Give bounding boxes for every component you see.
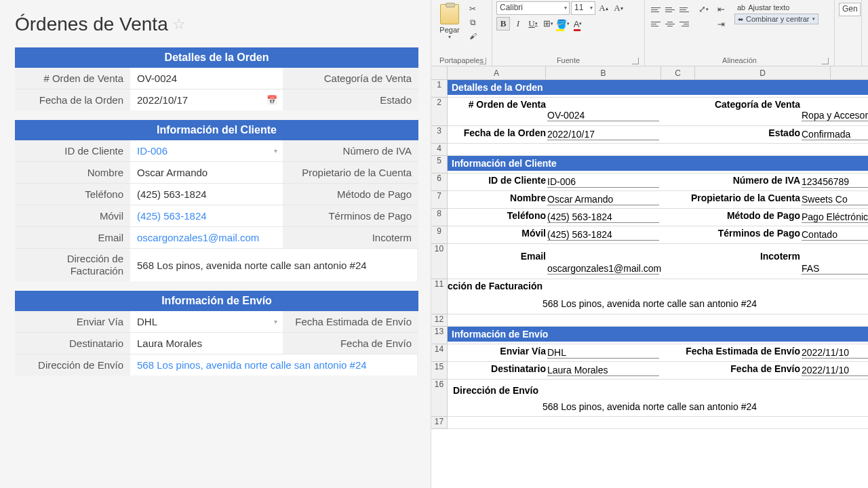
- label-name: Nombre: [15, 162, 130, 183]
- chevron-down-icon[interactable]: ▾: [274, 147, 277, 155]
- section-client: Información del Cliente ID de Cliente ID…: [15, 120, 418, 281]
- ribbon-group-font: Calibri▾ 11▾ A▴ A▾ B I U▾ ⊞▾ 🪣▾ A▾ Fuent…: [492, 0, 645, 66]
- label-incoterm: Incoterm: [283, 227, 418, 248]
- number-format-select[interactable]: Gen: [839, 3, 861, 16]
- page-title: Órdenes de Venta ☆: [15, 14, 418, 35]
- label-client-id: ID de Cliente: [15, 140, 130, 161]
- cut-button[interactable]: [467, 3, 479, 15]
- row-headers: 1 2 3 4 5 6 7 8 9 10 11 12 13 14 15 16 1…: [431, 80, 448, 488]
- value-phone[interactable]: (425) 563-1824: [130, 184, 283, 205]
- ribbon-group-title: Portapapeles: [435, 55, 488, 66]
- ribbon-group-title: Alineación: [649, 55, 830, 66]
- label-mobile: Móvil: [15, 205, 130, 226]
- italic-button[interactable]: I: [511, 17, 525, 30]
- value-shipaddr[interactable]: 568 Los pinos, avenida norte calle san a…: [130, 354, 417, 375]
- font-name-select[interactable]: Calibri▾: [496, 1, 570, 15]
- fill-color-button[interactable]: 🪣▾: [556, 17, 570, 30]
- label-actual: Fecha de Envío: [283, 333, 418, 354]
- align-buttons: [649, 3, 691, 30]
- increase-font-button[interactable]: A▴: [597, 1, 610, 15]
- label-terms: Términos de Pago: [283, 205, 418, 226]
- value-mobile[interactable]: (425) 563-1824: [130, 205, 283, 226]
- bold-button[interactable]: B: [496, 17, 510, 30]
- format-painter-button[interactable]: [467, 30, 479, 42]
- favorite-star-icon[interactable]: ☆: [172, 16, 186, 33]
- font-size-select[interactable]: 11▾: [571, 1, 595, 15]
- label-recip: Destinatario: [15, 333, 130, 354]
- label-status: Estado: [283, 89, 418, 110]
- borders-button[interactable]: ⊞▾: [541, 17, 555, 30]
- sheet-grid[interactable]: 1 2 3 4 5 6 7 8 9 10 11 12 13 14 15 16 1…: [431, 80, 868, 488]
- ribbon-group-clipboard: Pegar ▾ Portapapeles: [431, 0, 492, 66]
- font-color-button[interactable]: A▾: [571, 17, 585, 30]
- orientation-button[interactable]: ⤢▾: [696, 3, 710, 16]
- align-top-button[interactable]: [649, 3, 663, 16]
- col-header-a[interactable]: A: [448, 66, 546, 79]
- label-vat: Número de IVA: [283, 140, 418, 161]
- form-panel: Órdenes de Venta ☆ Detalles de la Orden …: [0, 0, 431, 488]
- dialog-launcher-icon[interactable]: [822, 58, 829, 64]
- ribbon-group-number: Gen: [835, 0, 862, 66]
- section-header-ship: Información de Envío: [15, 291, 418, 311]
- section-order: Detalles de la Orden # Orden de Venta OV…: [15, 47, 418, 110]
- ribbon-group-align: ⤢▾ ⇤ ⇥ abAjustar texto ⬌Combinar y centr…: [645, 0, 835, 66]
- paste-icon: [440, 4, 459, 24]
- xl-section-ship: Información de Envío: [448, 327, 868, 342]
- merge-center-button[interactable]: ⬌Combinar y centrar▾: [734, 14, 818, 24]
- label-payment: Método de Pago: [283, 184, 418, 205]
- col-header-d[interactable]: D: [695, 66, 831, 79]
- label-phone: Teléfono: [15, 184, 130, 205]
- label-est: Fecha Estimada de Envío: [283, 311, 418, 332]
- label-date: Fecha de la Orden: [15, 89, 130, 110]
- section-header-order: Detalles de la Orden: [15, 47, 418, 68]
- copy-button[interactable]: [467, 16, 479, 28]
- increase-indent-button[interactable]: ⇥: [714, 18, 728, 31]
- align-left-button[interactable]: [649, 17, 663, 30]
- value-recip[interactable]: Laura Morales: [130, 333, 283, 354]
- decrease-indent-button[interactable]: ⇤: [714, 3, 728, 16]
- align-bottom-button[interactable]: [677, 3, 691, 16]
- calendar-icon[interactable]: 📅: [267, 95, 277, 105]
- label-via: Enviar Vía: [15, 311, 130, 332]
- label-billaddr: Dirección deFacturación: [15, 249, 130, 281]
- label-category: Categoría de Venta: [283, 68, 418, 89]
- wrap-text-button[interactable]: abAjustar texto: [734, 3, 818, 12]
- ribbon-group-title: Fuente: [496, 55, 640, 66]
- xl-section-client: Información del Cliente: [448, 156, 868, 171]
- paste-button[interactable]: Pegar ▾: [435, 3, 464, 40]
- section-header-client: Información del Cliente: [15, 120, 418, 140]
- col-header-b[interactable]: B: [546, 66, 661, 79]
- label-owner: Propietario de la Cuenta: [283, 162, 418, 183]
- col-header-c[interactable]: C: [661, 66, 695, 79]
- ribbon: Pegar ▾ Portapapeles Calibri▾ 11▾ A▴ A▾: [431, 0, 868, 66]
- align-middle-button[interactable]: [663, 3, 677, 16]
- section-ship: Información de Envío Enviar Vía DHL ▾ Fe…: [15, 291, 418, 375]
- value-via[interactable]: DHL ▾: [130, 311, 283, 332]
- label-shipaddr: Dirección de Envío: [15, 354, 130, 375]
- column-headers: A B C D: [431, 66, 868, 80]
- value-email[interactable]: oscargonzales1@mail.com: [130, 227, 283, 248]
- underline-button[interactable]: U▾: [526, 17, 540, 30]
- align-right-button[interactable]: [677, 17, 691, 30]
- value-name[interactable]: Oscar Armando: [130, 162, 283, 183]
- page-title-text: Órdenes de Venta: [15, 14, 168, 35]
- xl-section-order: Detalles de la Orden: [448, 80, 868, 95]
- value-client-id[interactable]: ID-006 ▾: [130, 140, 283, 161]
- align-center-button[interactable]: [663, 17, 677, 30]
- dialog-launcher-icon[interactable]: [632, 58, 639, 64]
- label-email: Email: [15, 227, 130, 248]
- dialog-launcher-icon[interactable]: [479, 58, 486, 64]
- value-date[interactable]: 2022/10/17 📅: [130, 89, 283, 110]
- decrease-font-button[interactable]: A▾: [612, 1, 625, 15]
- value-so[interactable]: OV-0024: [130, 68, 283, 89]
- label-so: # Orden de Venta: [15, 68, 130, 89]
- chevron-down-icon[interactable]: ▾: [274, 318, 277, 325]
- spreadsheet-panel: Pegar ▾ Portapapeles Calibri▾ 11▾ A▴ A▾: [431, 0, 868, 488]
- value-billaddr[interactable]: 568 Los pinos, avenida norte calle san a…: [130, 249, 417, 281]
